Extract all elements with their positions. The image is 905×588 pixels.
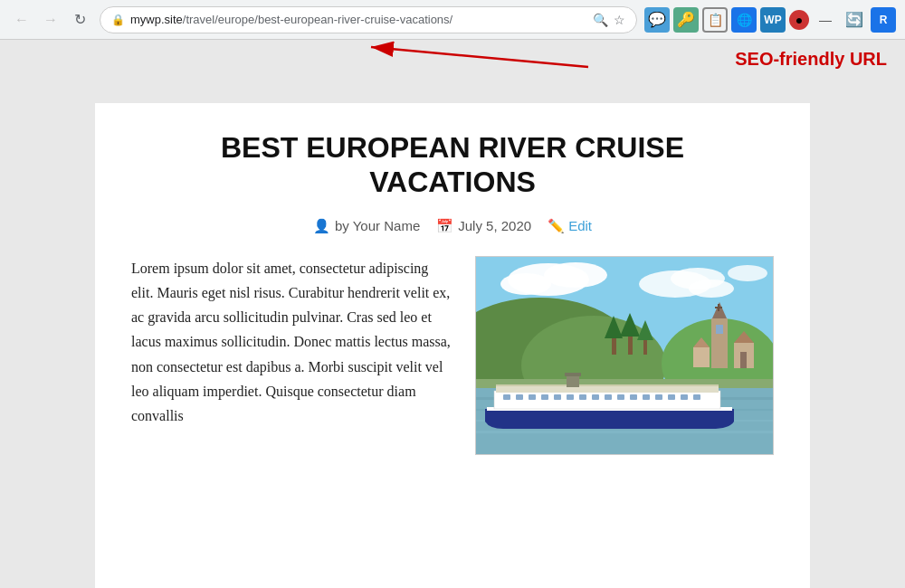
svg-point-9: [728, 265, 767, 281]
extensions-icon-2[interactable]: 🔑: [673, 7, 699, 33]
extensions-icon-1[interactable]: 💬: [644, 7, 670, 33]
svg-rect-27: [693, 347, 710, 367]
svg-rect-12: [612, 338, 616, 355]
meta-edit[interactable]: ✏️ Edit: [548, 218, 592, 234]
article-body: Lorem ipsum dolor sit amet, consectetur …: [131, 256, 774, 455]
svg-rect-38: [516, 394, 523, 400]
article-meta: 👤 by Your Name 📅 July 5, 2020 ✏️ Edit: [131, 218, 774, 234]
article-image: [475, 256, 774, 455]
article-title: BEST EUROPEAN RIVER CRUISE VACATIONS: [131, 130, 774, 200]
svg-rect-54: [496, 384, 719, 386]
extensions-icon-4[interactable]: 🌐: [731, 7, 757, 33]
edit-icon: ✏️: [548, 218, 565, 234]
extensions-icon-r[interactable]: R: [871, 7, 896, 33]
svg-rect-55: [567, 375, 579, 387]
svg-rect-56: [565, 373, 581, 376]
svg-rect-43: [579, 394, 586, 400]
svg-rect-40: [541, 394, 548, 400]
reload-button[interactable]: ↻: [67, 7, 92, 33]
annotation-area: SEO-friendly URL: [0, 40, 905, 103]
edit-text: Edit: [568, 218, 592, 233]
author-icon: 👤: [313, 218, 330, 234]
article-paragraph: Lorem ipsum dolor sit amet, consectetur …: [131, 256, 453, 428]
svg-rect-34: [476, 431, 774, 433]
extensions-icon-3[interactable]: 📋: [702, 7, 728, 33]
toolbar-icons: 💬 🔑 📋 🌐 WP ● — 🔄 R: [644, 7, 896, 33]
address-search-icon[interactable]: 🔍: [593, 13, 608, 27]
svg-rect-44: [592, 394, 599, 400]
url-domain: mywp.site: [130, 13, 183, 26]
url-text: mywp.site/travel/europe/best-european-ri…: [130, 13, 587, 26]
svg-point-5: [500, 273, 551, 295]
url-path: /travel/europe/best-european-river-cruis…: [183, 13, 452, 26]
page-content: BEST EUROPEAN RIVER CRUISE VACATIONS 👤 b…: [95, 103, 810, 588]
seo-friendly-url-label: SEO-friendly URL: [735, 49, 887, 70]
svg-rect-48: [643, 394, 650, 400]
extensions-icon-red[interactable]: ●: [789, 10, 809, 30]
author-text: by Your Name: [335, 218, 420, 233]
svg-rect-37: [503, 394, 510, 400]
svg-point-4: [544, 262, 607, 288]
forward-button[interactable]: →: [38, 7, 63, 33]
lock-icon: 🔒: [111, 14, 125, 26]
date-text: July 5, 2020: [458, 218, 531, 233]
cruise-image-svg: [476, 257, 774, 455]
extensions-icon-dash[interactable]: —: [813, 7, 838, 33]
edit-link[interactable]: ✏️ Edit: [548, 218, 592, 234]
svg-rect-47: [630, 394, 637, 400]
meta-date: 📅 July 5, 2020: [436, 218, 531, 234]
back-button[interactable]: ←: [9, 7, 34, 33]
svg-rect-16: [643, 340, 647, 355]
svg-rect-23: [716, 325, 723, 334]
svg-rect-42: [567, 394, 574, 400]
svg-rect-50: [668, 394, 675, 400]
svg-line-1: [371, 47, 588, 67]
svg-rect-53: [496, 385, 719, 393]
bookmark-icon[interactable]: ☆: [614, 13, 625, 27]
svg-rect-52: [693, 394, 700, 400]
svg-point-8: [689, 280, 734, 298]
svg-rect-22: [715, 307, 722, 308]
svg-rect-45: [605, 394, 612, 400]
svg-rect-49: [655, 394, 662, 400]
nav-buttons: ← → ↻: [9, 7, 92, 33]
svg-rect-26: [740, 352, 747, 368]
meta-author: 👤 by Your Name: [313, 218, 420, 234]
svg-rect-41: [554, 394, 561, 400]
svg-rect-51: [681, 394, 688, 400]
svg-rect-46: [617, 394, 624, 400]
address-bar[interactable]: 🔒 mywp.site/travel/europe/best-european-…: [100, 6, 637, 33]
browser-chrome: ← → ↻ 🔒 mywp.site/travel/europe/best-eur…: [0, 0, 905, 40]
svg-rect-39: [529, 394, 536, 400]
svg-rect-14: [628, 337, 633, 355]
calendar-icon: 📅: [436, 218, 453, 234]
extensions-icon-refresh[interactable]: 🔄: [842, 7, 867, 33]
extensions-icon-wp[interactable]: WP: [760, 7, 786, 33]
